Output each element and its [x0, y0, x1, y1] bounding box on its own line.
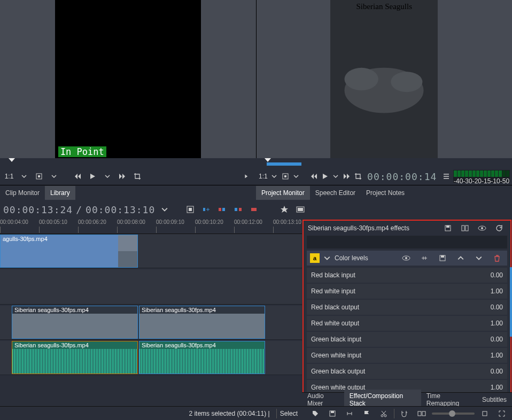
chevron-down-icon[interactable]	[17, 169, 31, 183]
project-timecode[interactable]: 00:00:00:14	[367, 171, 437, 182]
move-down-icon[interactable]	[472, 251, 486, 265]
effects-panel: Siberian seagulls-30fps.mp4 effects a Co…	[302, 220, 511, 401]
zone-in-icon[interactable]	[280, 169, 290, 183]
insert-icon[interactable]	[200, 203, 213, 216]
param-row[interactable]: Red white output1.00	[307, 316, 507, 331]
effect-header[interactable]: a Color levels	[307, 251, 507, 266]
audio-meter: -40 -30 -20 -15 -10 -5 0	[453, 170, 510, 183]
svg-rect-9	[235, 208, 237, 211]
clip-label: Siberian seagulls-30fps.mp4	[142, 342, 216, 348]
effects-filter-input[interactable]	[307, 236, 507, 248]
tag-icon[interactable]	[308, 407, 322, 421]
svg-rect-13	[298, 208, 303, 211]
status-selection-info: 2 items selected (00:04:11) |	[3, 410, 273, 417]
chevron-down-icon[interactable]	[324, 255, 330, 261]
param-row[interactable]: Red black input0.00	[307, 268, 507, 283]
param-value[interactable]: 1.00	[491, 352, 503, 359]
lift-icon[interactable]	[248, 203, 261, 216]
zone-in-icon[interactable]	[32, 169, 46, 183]
param-value[interactable]: 1.00	[491, 384, 503, 391]
crop-icon[interactable]	[353, 169, 363, 183]
zoom-level-label[interactable]: 1:1	[258, 169, 268, 183]
param-name: Red white input	[311, 287, 355, 295]
select-tool-label[interactable]: Select	[280, 410, 298, 417]
chevron-down-icon[interactable]	[331, 169, 341, 183]
timeline-zone-time[interactable]: 00:00:13:10	[86, 204, 155, 215]
fit-zoom-icon[interactable]	[415, 407, 429, 421]
param-value[interactable]: 0.00	[491, 271, 503, 279]
cut-icon[interactable]	[377, 407, 391, 421]
play-icon[interactable]	[320, 169, 330, 183]
param-row[interactable]: Green black output0.00	[307, 364, 507, 379]
split-view-icon[interactable]	[458, 221, 472, 235]
param-row[interactable]: Red black output0.00	[307, 300, 507, 315]
forward-icon[interactable]	[342, 169, 352, 183]
overwrite-icon[interactable]	[216, 203, 229, 216]
tab-library[interactable]: Library	[45, 186, 75, 200]
keyframes-icon[interactable]	[417, 251, 431, 265]
clip-video-v1-2[interactable]: Siberian seagulls-30fps.mp4	[139, 306, 265, 339]
timeline-tracks[interactable]: agulls-30fps.mp4 Siberian seagulls-30fps…	[0, 234, 302, 402]
favorite-icon[interactable]	[278, 203, 291, 216]
tab-subtitles[interactable]: Subtitles	[477, 393, 512, 406]
save-icon[interactable]	[325, 407, 339, 421]
options-chevron-icon[interactable]	[240, 169, 254, 183]
param-value[interactable]: 1.00	[491, 320, 503, 327]
flag-icon[interactable]	[360, 407, 374, 421]
extract-icon[interactable]	[232, 203, 245, 216]
delete-icon[interactable]	[490, 251, 504, 265]
param-value[interactable]: 1.00	[491, 287, 503, 295]
fullscreen-icon[interactable]	[495, 407, 509, 421]
chevron-down-icon[interactable]	[269, 169, 280, 183]
svg-rect-15	[446, 225, 449, 228]
chevron-down-icon[interactable]	[291, 169, 301, 183]
param-value[interactable]: 0.00	[491, 368, 503, 375]
timeline-ruler[interactable]: 00:00:04:00 00:00:05:10 00:00:06:20 00:0…	[0, 219, 302, 234]
eye-icon[interactable]	[475, 221, 489, 235]
save-stack-icon[interactable]	[441, 221, 455, 235]
zoom-icon[interactable]	[478, 407, 492, 421]
timeline-cursor-time[interactable]: 00:00:13:24	[3, 204, 73, 215]
forward-icon[interactable]	[115, 169, 129, 183]
chevron-down-icon[interactable]	[47, 169, 61, 183]
clip-monitor-canvas[interactable]: In Point	[0, 0, 256, 158]
zoom-slider[interactable]	[432, 413, 475, 415]
tab-speech-editor[interactable]: Speech Editor	[310, 186, 361, 200]
refresh-icon[interactable]	[492, 221, 506, 235]
clip-label: Siberian seagulls-30fps.mp4	[142, 307, 216, 313]
rewind-icon[interactable]	[309, 169, 319, 183]
hamburger-icon[interactable]	[441, 169, 451, 183]
param-value[interactable]: 0.00	[491, 336, 503, 343]
rewind-icon[interactable]	[71, 169, 84, 183]
tab-project-monitor[interactable]: Project Monitor	[256, 186, 310, 200]
crop-icon[interactable]	[130, 169, 144, 183]
clip-video-v2[interactable]: agulls-30fps.mp4	[0, 235, 138, 268]
play-icon[interactable]	[86, 169, 99, 183]
zoom-level-label[interactable]: 1:1	[2, 169, 16, 183]
svg-rect-11	[251, 208, 257, 211]
project-monitor-canvas[interactable]: Siberian Seagulls	[257, 0, 513, 158]
clip-audio-a1-1[interactable]: Siberian seagulls-30fps.mp4	[12, 341, 138, 374]
clip-monitor-ruler[interactable]	[0, 158, 256, 168]
spacer-tool-icon[interactable]	[343, 407, 356, 421]
details-icon[interactable]	[184, 203, 197, 216]
clip-video-v1-1[interactable]: Siberian seagulls-30fps.mp4	[12, 306, 138, 339]
chevron-down-icon[interactable]	[100, 169, 114, 183]
snap-icon[interactable]	[398, 407, 412, 421]
param-value[interactable]: 0.00	[491, 304, 503, 311]
move-up-icon[interactable]	[454, 251, 468, 265]
save-icon[interactable]	[436, 251, 449, 265]
scroll-indicator[interactable]	[510, 267, 512, 337]
clip-monitor: In Point	[0, 0, 257, 158]
chevron-down-icon[interactable]	[158, 203, 171, 216]
param-row[interactable]: Green black input0.00	[307, 332, 507, 347]
eye-icon[interactable]	[399, 251, 413, 265]
tab-project-notes[interactable]: Project Notes	[361, 186, 410, 200]
tab-clip-monitor[interactable]: Clip Monitor	[0, 186, 45, 200]
param-row[interactable]: Red white input1.00	[307, 284, 507, 299]
project-monitor-ruler[interactable]	[256, 158, 512, 168]
param-row[interactable]: Green white input1.00	[307, 348, 507, 363]
svg-rect-7	[219, 208, 221, 211]
preview-res-icon[interactable]	[294, 203, 307, 216]
clip-audio-a1-2[interactable]: Siberian seagulls-30fps.mp4	[139, 341, 265, 374]
